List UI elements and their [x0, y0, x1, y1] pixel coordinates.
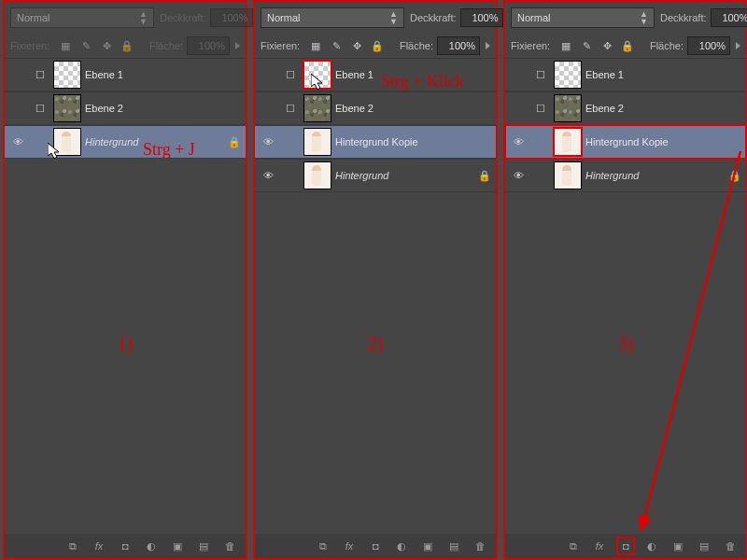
select-arrows-icon: ▲▼: [640, 10, 648, 25]
lock-brush-icon[interactable]: ✎: [580, 39, 593, 52]
svg-line-0: [641, 151, 740, 530]
layer-thumbnail[interactable]: [554, 94, 582, 122]
adjust-icon[interactable]: ◐: [645, 539, 658, 553]
trash-icon[interactable]: 🗑: [724, 539, 737, 553]
bottom-toolbar: ⧉ fx ◘ ◐ ▣ ▤ 🗑: [5, 534, 246, 558]
layer-row[interactable]: 👁 Hintergrund Kopie: [505, 125, 746, 159]
link-icon[interactable]: ⧉: [567, 539, 580, 553]
visibility-toggle[interactable]: 👁: [255, 170, 281, 181]
layer-name[interactable]: Ebene 2: [335, 103, 496, 114]
layer-checkbox[interactable]: ☐: [531, 69, 550, 81]
mask-icon[interactable]: ◘: [369, 539, 382, 553]
lock-row: Fixieren: ▦ ✎ ✥ 🔒 Fläche: 100%: [505, 34, 746, 58]
fill-field[interactable]: 100%: [187, 36, 230, 55]
layer-row[interactable]: ☐ Ebene 1: [505, 58, 746, 91]
layer-row[interactable]: ☐ Ebene 2: [255, 91, 496, 125]
layer-checkbox[interactable]: ☐: [281, 103, 300, 115]
layer-name[interactable]: Ebene 1: [585, 69, 746, 80]
group-icon[interactable]: ▣: [171, 539, 184, 553]
opacity-field[interactable]: 100%: [711, 8, 747, 27]
lock-all-icon[interactable]: 🔒: [621, 39, 634, 52]
layer-thumbnail[interactable]: [554, 128, 582, 156]
link-icon[interactable]: ⧉: [317, 539, 330, 553]
annotation-text: Strg + Klick: [381, 72, 464, 91]
layer-thumbnail[interactable]: [53, 94, 81, 122]
lock-all-icon[interactable]: 🔒: [120, 39, 134, 52]
layer-checkbox[interactable]: ☐: [531, 103, 550, 115]
trash-icon[interactable]: 🗑: [473, 539, 486, 553]
blend-mode-select[interactable]: Normal ▲▼: [261, 7, 404, 28]
layer-thumbnail[interactable]: [554, 61, 582, 89]
trash-icon[interactable]: 🗑: [223, 539, 236, 553]
visibility-toggle[interactable]: 👁: [505, 136, 531, 147]
group-icon[interactable]: ▣: [421, 539, 434, 553]
layer-row[interactable]: 👁 Hintergrund Kopie: [255, 125, 496, 159]
dropdown-icon[interactable]: [486, 42, 490, 49]
lock-brush-icon[interactable]: ✎: [330, 39, 343, 52]
layer-name[interactable]: Hintergrund Kopie: [585, 136, 746, 147]
new-icon[interactable]: ▤: [698, 539, 711, 553]
adjust-icon[interactable]: ◐: [395, 539, 408, 553]
annotation-text: Strg + J: [143, 140, 195, 160]
step-number: 2): [368, 333, 384, 355]
layer-row[interactable]: ☐ Ebene 2: [505, 91, 746, 125]
fx-icon[interactable]: fx: [593, 539, 606, 553]
mask-icon[interactable]: ◘: [619, 539, 632, 553]
layer-thumbnail[interactable]: [53, 128, 81, 156]
layer-thumbnail[interactable]: [303, 94, 331, 122]
layer-row[interactable]: 👁 Hintergrund 🔒: [505, 159, 746, 192]
layer-name[interactable]: Ebene 2: [85, 103, 246, 114]
new-icon[interactable]: ▤: [447, 539, 460, 553]
visibility-toggle[interactable]: 👁: [505, 170, 531, 181]
lock-label: Fixieren:: [261, 40, 300, 51]
lock-move-icon[interactable]: ✥: [100, 39, 113, 52]
fx-icon[interactable]: fx: [92, 539, 106, 553]
fill-label: Fläche:: [650, 40, 684, 51]
bottom-toolbar: ⧉ fx ◘ ◐ ▣ ▤ 🗑: [505, 534, 746, 558]
lock-transparent-icon[interactable]: ▦: [59, 39, 72, 52]
fill-field[interactable]: 100%: [437, 36, 480, 55]
blend-mode-select[interactable]: Normal ▲▼: [10, 7, 154, 28]
layer-thumbnail[interactable]: [303, 128, 331, 156]
visibility-toggle[interactable]: 👁: [255, 136, 281, 147]
layer-thumbnail[interactable]: [303, 61, 331, 89]
new-icon[interactable]: ▤: [197, 539, 210, 553]
link-icon[interactable]: ⧉: [66, 539, 79, 553]
visibility-toggle[interactable]: 👁: [5, 136, 31, 147]
dropdown-icon[interactable]: [736, 42, 740, 49]
fill-field[interactable]: 100%: [687, 36, 730, 55]
blend-mode-select[interactable]: Normal ▲▼: [511, 7, 655, 28]
fx-icon[interactable]: fx: [343, 539, 356, 553]
lock-icon: 🔒: [473, 170, 496, 182]
layer-name[interactable]: Hintergrund Kopie: [335, 136, 496, 147]
layer-thumbnail[interactable]: [53, 61, 81, 89]
opacity-field[interactable]: 100%: [460, 8, 503, 27]
layer-name[interactable]: Hintergrund: [585, 170, 724, 181]
layer-name[interactable]: Ebene 1: [85, 69, 246, 80]
layer-name[interactable]: Hintergrund: [335, 170, 473, 181]
layer-checkbox[interactable]: ☐: [281, 69, 300, 81]
blend-mode-value: Normal: [517, 12, 550, 23]
lock-all-icon[interactable]: 🔒: [371, 39, 384, 52]
layer-row[interactable]: ☐ Ebene 2: [5, 91, 246, 125]
lock-move-icon[interactable]: ✥: [600, 39, 613, 52]
lock-icon: 🔒: [724, 170, 746, 182]
mask-icon[interactable]: ◘: [119, 539, 132, 553]
opacity-label: Deckkraft:: [660, 12, 707, 23]
layer-thumbnail[interactable]: [554, 161, 582, 189]
lock-move-icon[interactable]: ✥: [350, 39, 363, 52]
dropdown-icon[interactable]: [235, 42, 240, 49]
layer-row[interactable]: ☐ Ebene 1: [5, 58, 246, 91]
layer-row[interactable]: 👁 Hintergrund 🔒: [5, 125, 246, 159]
opacity-field[interactable]: 100%: [210, 8, 253, 27]
layer-checkbox[interactable]: ☐: [31, 103, 49, 115]
lock-transparent-icon[interactable]: ▦: [309, 39, 322, 52]
adjust-icon[interactable]: ◐: [145, 539, 158, 553]
layer-checkbox[interactable]: ☐: [31, 69, 49, 81]
group-icon[interactable]: ▣: [671, 539, 684, 553]
layer-row[interactable]: 👁 Hintergrund 🔒: [255, 159, 496, 192]
layer-name[interactable]: Ebene 2: [585, 103, 746, 114]
lock-brush-icon[interactable]: ✎: [79, 39, 92, 52]
lock-transparent-icon[interactable]: ▦: [559, 39, 572, 52]
layer-thumbnail[interactable]: [303, 161, 331, 189]
